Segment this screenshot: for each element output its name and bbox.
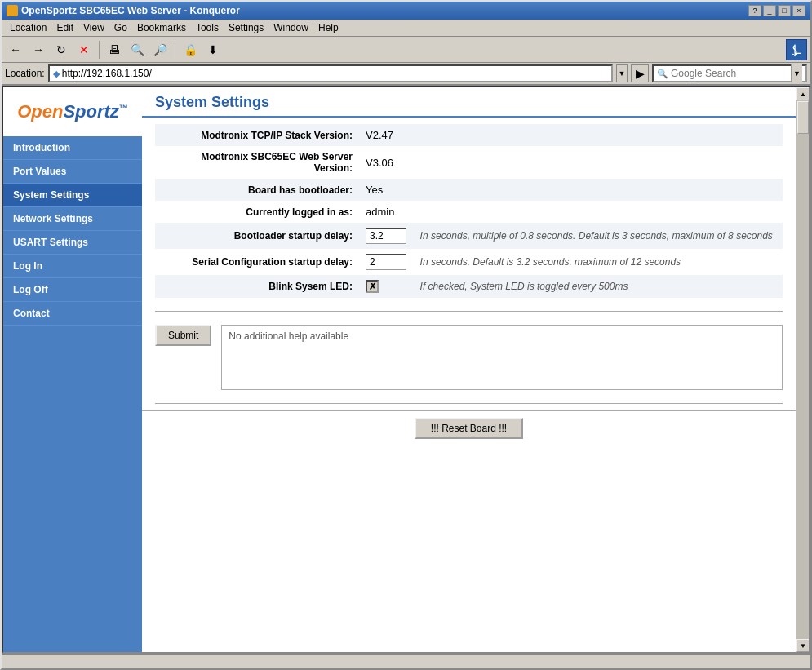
scroll-down-button[interactable]: ▼: [796, 639, 810, 652]
nav-contact[interactable]: Contact: [3, 302, 142, 326]
submit-button[interactable]: Submit: [155, 325, 211, 346]
logo-sportz: Sportz: [63, 101, 118, 122]
location-input[interactable]: [62, 68, 608, 79]
menu-location[interactable]: Location: [5, 20, 51, 35]
menu-tools[interactable]: Tools: [191, 20, 224, 35]
nav-network-settings[interactable]: Network Settings: [3, 207, 142, 231]
serial-delay-input[interactable]: [366, 254, 406, 270]
menu-help[interactable]: Help: [313, 20, 344, 35]
toolbar-separator: [99, 41, 100, 59]
settings-table: Modtronix TCP/IP Stack Version: V2.47 Mo…: [155, 124, 783, 298]
field-value-5: [359, 249, 414, 275]
field-label-0: Modtronix TCP/IP Stack Version:: [155, 124, 359, 146]
title-bar-buttons: ? _ □ ×: [748, 5, 805, 16]
field-hint-3: [414, 201, 783, 223]
help-box: No additional help available: [221, 325, 783, 390]
table-row: Modtronix SBC65EC Web Server Version: V3…: [155, 146, 783, 179]
table-row: Serial Configuration startup delay: In s…: [155, 249, 783, 275]
back-button[interactable]: ←: [5, 39, 26, 60]
field-hint-6: If checked, System LED is toggled every …: [414, 275, 783, 298]
forward-button[interactable]: →: [28, 39, 49, 60]
logo-open: Open: [17, 101, 63, 122]
field-hint-2: [414, 179, 783, 201]
field-label-4: Bootloader startup delay:: [155, 223, 359, 249]
field-label-6: Blink Sysem LED:: [155, 275, 359, 298]
menu-view[interactable]: View: [78, 20, 109, 35]
close-button[interactable]: ×: [792, 5, 805, 16]
blink-led-checkbox[interactable]: ✗: [366, 280, 379, 293]
security-button[interactable]: 🔒: [180, 39, 201, 60]
field-label-5: Serial Configuration startup delay:: [155, 249, 359, 275]
field-hint-4: In seconds, multiple of 0.8 seconds. Def…: [414, 223, 783, 249]
field-value-4: [359, 223, 414, 249]
toolbar-separator2: [175, 41, 175, 59]
minimize-button[interactable]: _: [763, 5, 776, 16]
field-hint-1: [414, 146, 783, 179]
reset-button[interactable]: !!! Reset Board !!!: [415, 418, 523, 439]
content-wrapper: OpenSportz™ Introduction Port Values Sys…: [2, 86, 810, 654]
section-divider-2: [155, 403, 783, 404]
zoom-in-button[interactable]: 🔍: [126, 39, 148, 60]
field-label-2: Board has bootloader:: [155, 179, 359, 201]
menu-go[interactable]: Go: [109, 20, 132, 35]
inner-wrapper: OpenSportz™ Introduction Port Values Sys…: [2, 86, 810, 654]
field-value-1: V3.06: [359, 146, 414, 179]
action-area: Submit No additional help available: [142, 318, 796, 397]
search-input[interactable]: [671, 68, 791, 79]
bootloader-delay-input[interactable]: [366, 228, 406, 244]
maximize-button[interactable]: □: [778, 5, 791, 16]
bookmark-button[interactable]: ⬇: [202, 39, 224, 60]
stop-button[interactable]: ✕: [73, 39, 95, 60]
nav-system-settings[interactable]: System Settings: [3, 184, 142, 207]
scroll-up-button[interactable]: ▲: [796, 87, 810, 100]
window-title: OpenSportz SBC65EC Web Server - Konquero…: [21, 5, 240, 16]
main-content: System Settings Modtronix TCP/IP Stack V…: [142, 87, 796, 652]
menu-edit[interactable]: Edit: [51, 20, 78, 35]
status-bar: [2, 654, 810, 668]
logo: OpenSportz™: [17, 101, 128, 122]
browser-content: OpenSportz™ Introduction Port Values Sys…: [2, 86, 810, 654]
location-dropdown[interactable]: ▼: [616, 64, 628, 82]
search-dropdown[interactable]: ▼: [791, 64, 802, 82]
scroll-thumb[interactable]: [797, 101, 809, 134]
reload-button[interactable]: ↻: [51, 39, 72, 60]
menu-window[interactable]: Window: [268, 20, 313, 35]
reset-area: !!! Reset Board !!!: [142, 410, 796, 452]
table-row: Currently logged in as: admin: [155, 201, 783, 223]
field-label-3: Currently logged in as:: [155, 201, 359, 223]
location-label: Location:: [5, 68, 45, 79]
toolbar: ← → ↻ ✕ 🖶 🔍 🔎 🔒 ⬇ ⍼: [2, 37, 810, 63]
help-button[interactable]: ?: [748, 5, 761, 16]
kde-button[interactable]: ⍼: [786, 39, 807, 60]
nav-usart-settings[interactable]: USART Settings: [3, 231, 142, 255]
sidebar-nav: Introduction Port Values System Settings…: [3, 136, 142, 326]
print-button[interactable]: 🖶: [104, 39, 125, 60]
scroll-track: [796, 100, 809, 639]
sidebar-logo: OpenSportz™: [3, 87, 142, 136]
blink-led-checkbox-wrap: ✗: [366, 280, 407, 293]
menu-settings[interactable]: Settings: [224, 20, 268, 35]
nav-introduction[interactable]: Introduction: [3, 136, 142, 160]
table-row: Blink Sysem LED: ✗ If checked, System LE…: [155, 275, 783, 298]
nav-log-off[interactable]: Log Off: [3, 278, 142, 302]
location-icon: ◆: [53, 69, 60, 79]
menu-bookmarks[interactable]: Bookmarks: [132, 20, 191, 35]
search-icon: 🔍: [657, 69, 668, 79]
table-row: Board has bootloader: Yes: [155, 179, 783, 201]
field-value-2: Yes: [359, 179, 414, 201]
logo-tm: ™: [119, 103, 128, 113]
zoom-out-button[interactable]: 🔎: [149, 39, 171, 60]
app-icon: [7, 5, 18, 16]
field-value-3: admin: [359, 201, 414, 223]
settings-section: Modtronix TCP/IP Stack Version: V2.47 Mo…: [142, 118, 796, 304]
nav-log-in[interactable]: Log In: [3, 255, 142, 278]
sidebar: OpenSportz™ Introduction Port Values Sys…: [3, 87, 142, 652]
location-input-wrap: ◆: [48, 64, 613, 82]
field-hint-5: In seconds. Default is 3.2 seconds, maxi…: [414, 249, 783, 275]
field-label-1: Modtronix SBC65EC Web Server Version:: [155, 146, 359, 179]
field-value-6: ✗: [359, 275, 414, 298]
network-button[interactable]: ▶: [631, 64, 649, 82]
field-value-0: V2.47: [359, 124, 414, 146]
scroll-area: ▲ ▼: [796, 87, 809, 652]
nav-port-values[interactable]: Port Values: [3, 160, 142, 184]
